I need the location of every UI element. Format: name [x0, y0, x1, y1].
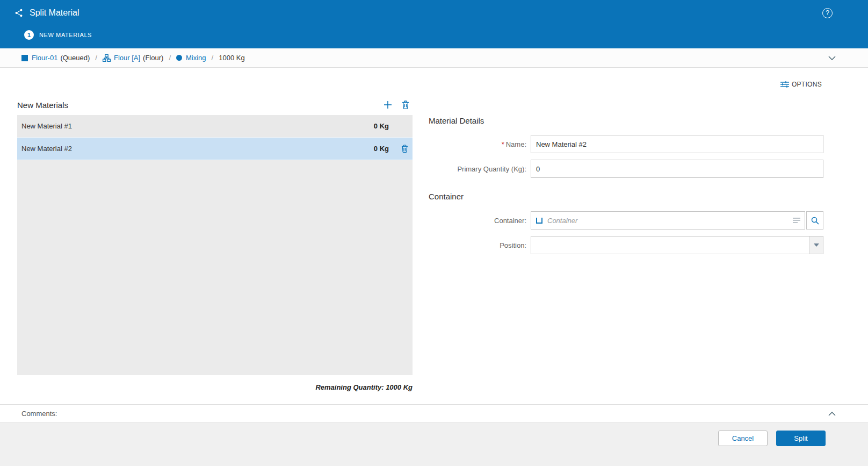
- delete-row-trash-icon[interactable]: [401, 145, 408, 153]
- row-tool-slot: [389, 145, 408, 153]
- primary-quantity-row: Primary Quantity (Kg):: [429, 160, 826, 178]
- container-label: Container:: [429, 217, 531, 225]
- step-label[interactable]: NEW MATERIALS: [39, 32, 92, 38]
- breadcrumb-separator: /: [212, 54, 214, 62]
- split-material-page: Split Material ? 1 NEW MATERIALS Flour-0…: [0, 0, 868, 466]
- options-button[interactable]: OPTIONS: [780, 81, 822, 88]
- breadcrumb: Flour-01 (Queued) / Flour [A] (Flour) / …: [0, 48, 868, 68]
- material-details-form: Material Details *Name: Primary Quantity…: [429, 116, 826, 254]
- options-sliders-icon: [780, 81, 789, 88]
- split-share-icon: [14, 8, 24, 18]
- add-material-button[interactable]: [384, 101, 392, 109]
- breadcrumb-link-product[interactable]: Flour [A]: [114, 54, 140, 62]
- position-select[interactable]: [531, 236, 823, 254]
- picker-options-lines-icon[interactable]: [793, 217, 800, 224]
- position-label: Position:: [429, 241, 531, 249]
- material-list-item[interactable]: New Material #1 0 Kg: [17, 115, 413, 138]
- wizard-steps: 1 NEW MATERIALS: [0, 26, 868, 44]
- search-icon: [811, 217, 819, 225]
- position-select-value: [531, 236, 809, 254]
- name-row: *Name:: [429, 135, 826, 153]
- name-input[interactable]: [531, 135, 823, 153]
- help-icon[interactable]: ?: [822, 8, 833, 18]
- breadcrumb-link-step[interactable]: Mixing: [186, 54, 206, 62]
- step-dot-icon: [176, 55, 182, 61]
- name-label: *Name:: [429, 140, 531, 148]
- footer-action-bar: Cancel Split: [0, 422, 868, 466]
- container-input[interactable]: [547, 217, 789, 225]
- container-picker-field[interactable]: [531, 211, 805, 230]
- primary-quantity-input[interactable]: [531, 160, 823, 178]
- breadcrumb-quantity: 1000 Kg: [219, 54, 244, 62]
- comments-label: Comments:: [21, 410, 57, 418]
- new-materials-header: New Materials: [17, 98, 413, 112]
- position-dropdown-button[interactable]: [809, 236, 823, 254]
- position-row: Position:: [429, 236, 826, 254]
- material-name: New Material #1: [21, 122, 374, 130]
- product-sitemap-icon: [103, 54, 111, 62]
- page-header: Split Material ? 1 NEW MATERIALS: [0, 0, 868, 48]
- chevron-down-icon: [814, 243, 819, 247]
- breadcrumb-link-material[interactable]: Flour-01: [32, 54, 57, 62]
- new-materials-list: New Material #1 0 Kg New Material #2 0 K…: [17, 115, 413, 375]
- breadcrumb-separator: /: [95, 54, 97, 62]
- required-marker: *: [502, 140, 504, 148]
- container-picker: [531, 211, 823, 230]
- page-title: Split Material: [30, 8, 79, 18]
- material-details-title: Material Details: [429, 116, 826, 126]
- comments-bar: Comments:: [0, 404, 868, 422]
- breadcrumb-suffix-state: (Queued): [60, 54, 90, 62]
- header-title-row: Split Material ?: [0, 0, 868, 26]
- delete-all-trash-icon[interactable]: [402, 101, 409, 109]
- material-quantity: 0 Kg: [374, 122, 389, 130]
- main-content: OPTIONS New Materials: [0, 68, 868, 404]
- list-actions: [384, 101, 413, 109]
- container-search-button[interactable]: [806, 211, 823, 230]
- material-quantity: 0 Kg: [374, 145, 389, 153]
- new-materials-panel: New Materials New Ma: [17, 98, 413, 391]
- comments-collapse-chevron-up-icon[interactable]: [828, 412, 836, 416]
- new-materials-title: New Materials: [17, 101, 68, 110]
- split-button[interactable]: Split: [776, 431, 826, 446]
- breadcrumb-suffix-product: (Flour): [143, 54, 163, 62]
- name-label-text: Name:: [506, 140, 526, 148]
- step-number-badge[interactable]: 1: [24, 30, 34, 40]
- cancel-button[interactable]: Cancel: [718, 431, 768, 446]
- container-icon: [536, 217, 543, 224]
- material-name: New Material #2: [21, 145, 374, 153]
- material-square-icon: [21, 55, 28, 61]
- breadcrumb-separator: /: [169, 54, 171, 62]
- container-section-title: Container: [429, 192, 826, 202]
- breadcrumb-expand-chevron-down-icon[interactable]: [828, 56, 836, 60]
- container-row: Container:: [429, 211, 826, 230]
- material-list-item-selected[interactable]: New Material #2 0 Kg: [17, 138, 413, 160]
- options-label: OPTIONS: [792, 81, 822, 88]
- primary-quantity-label: Primary Quantity (Kg):: [429, 165, 531, 173]
- remaining-quantity-text: Remaining Quantity: 1000 Kg: [17, 383, 413, 391]
